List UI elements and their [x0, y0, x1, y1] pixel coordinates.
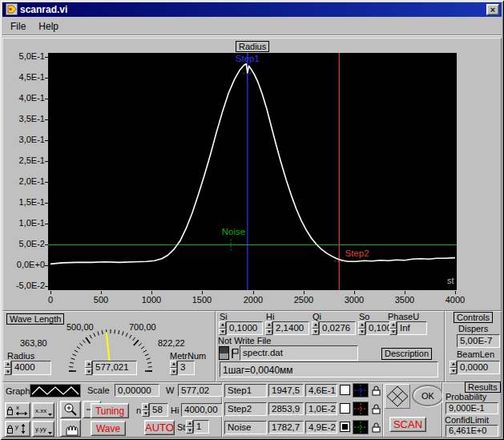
write-file-toggle[interactable] [219, 346, 229, 360]
phaseu-spinner[interactable] [389, 321, 397, 335]
st-value-field[interactable]: 1 [193, 420, 209, 434]
x-axis-label: 4000 [436, 295, 474, 305]
y-axis-tick [45, 244, 48, 245]
n-spin-up-icon[interactable] [142, 403, 149, 410]
file-path-field[interactable]: spectr.dat [240, 345, 358, 361]
metrnum-spinner[interactable] [170, 361, 177, 375]
beamlen-spinner[interactable] [450, 361, 457, 374]
n-spin-down-icon[interactable] [142, 410, 149, 418]
x-autoscale-button[interactable]: x [5, 402, 30, 418]
metrnum-value-field[interactable]: 3 [177, 361, 195, 375]
si-value-field[interactable]: 0,1000 [226, 321, 263, 335]
cursor-style-icon[interactable] [353, 402, 369, 416]
si-spin-up-icon[interactable] [219, 321, 226, 329]
gauge-needle[interactable] [107, 332, 110, 365]
metrnum-spin-up-icon[interactable] [170, 361, 177, 368]
cursor-label-noise: Noise [222, 227, 245, 236]
n-value-field[interactable]: 58 [149, 403, 168, 417]
title-bar: scanrad.vi × [2, 2, 502, 17]
qi-spinner[interactable] [312, 321, 319, 335]
y-axis-tick [45, 78, 48, 79]
metrnum-spin-down-icon[interactable] [170, 368, 177, 375]
phaseu-value-field[interactable]: Inf [397, 321, 427, 335]
gauge-tick-500: 500,00 [67, 322, 94, 332]
cursor-style-icon[interactable] [353, 383, 369, 398]
beamlen-spin-down-icon[interactable] [450, 368, 457, 375]
scan-button[interactable]: SCAN [389, 417, 426, 432]
pan-tool-button[interactable] [60, 419, 81, 437]
y-axis-tick [45, 224, 48, 224]
qi-label: Qi [312, 312, 321, 321]
st-spin-down-icon[interactable] [186, 427, 193, 434]
description-button[interactable]: Description [381, 348, 432, 360]
st-spinner[interactable] [186, 420, 193, 434]
si-spin-down-icon[interactable] [219, 329, 226, 336]
phaseu-spin-up-icon[interactable] [389, 321, 397, 329]
y-axis-label: 3,0E-1 [2, 135, 45, 144]
x-format-button[interactable]: x.xx [32, 402, 54, 418]
plot-legend-icon[interactable] [30, 384, 81, 398]
qi-value-field[interactable]: 0,0276 [319, 321, 356, 335]
x-axis-tick [50, 291, 51, 294]
lock-icon [371, 403, 381, 414]
qi-spin-down-icon[interactable] [312, 329, 319, 336]
y-axis-tick [45, 119, 48, 120]
wavelength-spin-down-icon[interactable] [85, 368, 92, 375]
zoom-tool-button[interactable] [60, 401, 81, 418]
x-axis-tick [101, 291, 102, 294]
so-spin-up-icon[interactable] [358, 321, 365, 329]
radius-value-field[interactable]: 4000 [11, 361, 51, 375]
wave-button[interactable]: Wave [91, 421, 126, 436]
beamlen-spin-up-icon[interactable] [450, 361, 457, 368]
x-axis-label: 2000 [234, 295, 272, 305]
hi-spin-down-icon[interactable] [265, 329, 272, 336]
x-axis-tick [405, 291, 405, 294]
cursor-visible-checkbox[interactable] [340, 385, 350, 395]
y-format-button[interactable]: y.yy [32, 421, 54, 437]
wavelength-value-field[interactable]: 577,021 [92, 361, 137, 375]
cursor-visible-checkbox[interactable] [340, 403, 350, 414]
x-axis-tick [253, 291, 254, 294]
cursor-lock-button[interactable] [371, 422, 381, 433]
x-axis-label: 1500 [183, 295, 221, 305]
ok-button[interactable]: OK [412, 385, 444, 406]
qi-spin-up-icon[interactable] [312, 321, 319, 329]
wavelength-spin-up-icon[interactable] [85, 361, 92, 368]
so-spinner[interactable] [358, 321, 365, 335]
description-text-field[interactable]: 1шаг=0,0040мм [220, 361, 438, 377]
cursor-visible-checkbox[interactable] [340, 422, 350, 432]
auto-button[interactable]: AUTO [144, 420, 175, 435]
cursor-lock-button[interactable] [371, 403, 381, 414]
cursor-lock-button[interactable] [371, 385, 381, 396]
confidlimit-value-field: 6,461E+0 [446, 425, 498, 437]
wavelength-spinner[interactable] [85, 361, 92, 375]
cursor-move-pad[interactable] [385, 384, 410, 409]
hi-label: Hi [266, 312, 274, 321]
so-spin-down-icon[interactable] [358, 329, 365, 336]
x-axis-label: 2500 [284, 295, 323, 305]
n-spinner[interactable] [142, 403, 149, 417]
radius-spinner[interactable] [4, 361, 11, 375]
y-axis-tick [45, 99, 48, 99]
cursor-style-icon[interactable] [353, 420, 369, 434]
y-axis-label: 5,0E-1 [2, 51, 45, 61]
radius-plot[interactable]: Step1Step2Noisest [48, 53, 457, 290]
radius-spin-up-icon[interactable] [4, 361, 11, 368]
beamlen-value-field[interactable]: 0,0000 [457, 361, 500, 374]
close-button[interactable]: × [486, 4, 499, 15]
hi-value-field[interactable]: 2,1400 [272, 321, 309, 335]
hi-bottom-value-field[interactable]: 4000,00 [181, 403, 223, 417]
tuning-button[interactable]: Tuning [91, 403, 129, 418]
radius-spin-down-icon[interactable] [4, 368, 11, 375]
menu-file[interactable]: File [10, 21, 26, 32]
phaseu-spin-down-icon[interactable] [389, 329, 397, 336]
hi-spinner[interactable] [265, 321, 272, 335]
x-axis-tick [354, 291, 355, 294]
y-autoscale-button[interactable]: y [5, 421, 30, 437]
w-value-field: 577,02 [178, 384, 223, 397]
scale-value-field[interactable]: 0,00000 [115, 384, 159, 397]
st-spin-up-icon[interactable] [186, 420, 193, 427]
hi-spin-up-icon[interactable] [265, 321, 272, 329]
si-spinner[interactable] [219, 321, 226, 335]
menu-help[interactable]: Help [38, 21, 58, 32]
